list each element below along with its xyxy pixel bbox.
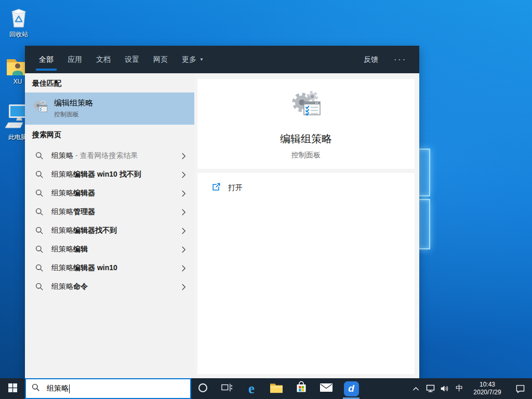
wallpaper-window-glow-bottom — [418, 199, 430, 249]
mail-icon — [320, 382, 333, 395]
open-action[interactable]: 打开 — [197, 181, 415, 195]
search-icon — [32, 383, 40, 394]
suggestion-text: 组策略编辑器 win10 — [51, 263, 117, 273]
suggestion-row[interactable]: 组策略编辑器 — [25, 184, 194, 203]
store-button[interactable] — [289, 378, 314, 399]
suggestion-row[interactable]: 组策略命令 — [25, 277, 194, 296]
taskbar: 组策略 e — [0, 378, 532, 399]
open-label: 打开 — [228, 183, 243, 193]
detail-subtitle: 控制面板 — [291, 151, 321, 160]
cortana-icon — [198, 383, 208, 395]
file-explorer-button[interactable] — [264, 378, 289, 399]
suggestion-text: 组策略编辑器 win10 找不到 — [51, 170, 141, 179]
suggestion-row[interactable]: 组策略 - 查看网络搜索结果 — [25, 147, 194, 165]
suggestion-row[interactable]: 组策略编辑器 win10 找不到 — [25, 165, 194, 184]
cortana-button[interactable] — [191, 378, 214, 399]
group-policy-icon — [32, 99, 48, 118]
search-icon — [35, 245, 44, 254]
suggestion-text: 组策略 - 查看网络搜索结果 — [51, 151, 138, 161]
file-explorer-icon — [269, 381, 284, 396]
suggestion-row[interactable]: 组策略编辑器找不到 — [25, 221, 194, 240]
overflow-menu-button[interactable]: ··· — [394, 55, 407, 64]
desktop-icon-recycle-bin[interactable]: 回收站 — [2, 4, 36, 39]
search-icon — [35, 189, 44, 197]
chevron-up-icon — [413, 387, 419, 391]
task-view-button[interactable] — [214, 378, 239, 399]
chevron-right-icon[interactable] — [181, 283, 186, 291]
action-center-button[interactable] — [508, 378, 532, 399]
best-match-result[interactable]: 编辑组策略 控制面板 — [25, 92, 194, 125]
tab-settings[interactable]: 设置 — [125, 46, 139, 73]
tab-apps[interactable]: 应用 — [68, 46, 82, 73]
chevron-right-icon[interactable] — [181, 208, 186, 216]
text-caret — [69, 384, 70, 393]
search-icon — [35, 264, 44, 272]
search-filter-bar: 全部应用文档设置网页更多▼ 反馈 ··· — [25, 46, 419, 73]
best-match-header: 最佳匹配 — [25, 73, 194, 92]
chevron-right-icon[interactable] — [181, 227, 186, 235]
volume-button[interactable] — [437, 378, 452, 399]
search-icon — [35, 227, 44, 235]
suggestion-row[interactable]: 组策略管理器 — [25, 203, 194, 221]
desktop-wallpaper: 回收站 XU 此电脑 全部应用文档设置网页更多▼ — [0, 0, 532, 378]
start-button[interactable] — [0, 378, 25, 399]
search-icon — [35, 170, 44, 179]
search-icon — [35, 208, 44, 216]
detail-card: 编辑组策略 控制面板 — [197, 79, 415, 169]
desktop-icon-label: 回收站 — [2, 30, 36, 39]
ethernet-network-icon — [425, 384, 435, 393]
windows-logo-icon — [8, 383, 17, 394]
preview-pane: 编辑组策略 控制面板 打开 — [194, 73, 419, 378]
search-icon — [35, 152, 44, 160]
mail-button[interactable] — [314, 378, 339, 399]
store-icon — [295, 381, 308, 396]
best-match-subtitle: 控制面板 — [54, 110, 93, 119]
suggestion-text: 组策略管理器 — [51, 207, 95, 217]
network-status-button[interactable] — [423, 378, 437, 399]
chevron-down-icon: ▼ — [200, 57, 204, 62]
tab-documents[interactable]: 文档 — [96, 46, 111, 73]
suggestion-row[interactable]: 组策略编辑器 win10 — [25, 259, 194, 277]
notification-icon — [515, 384, 525, 393]
taskbar-search-box[interactable]: 组策略 — [25, 378, 191, 399]
clock-time: 10:43 — [480, 381, 495, 389]
recycle-bin-icon — [2, 4, 36, 29]
suggestion-text: 组策略编辑器 — [51, 189, 95, 198]
system-tray: 中 10:43 2020/7/29 — [408, 378, 532, 399]
feedback-button[interactable]: 反馈 — [364, 55, 378, 64]
ime-indicator[interactable]: 中 — [452, 378, 467, 399]
edge-icon: e — [248, 381, 255, 397]
edge-button[interactable]: e — [239, 378, 264, 399]
clock-date: 2020/7/29 — [473, 389, 501, 396]
tab-all[interactable]: 全部 — [39, 46, 54, 73]
suggestion-row[interactable]: 组策略编辑 — [25, 240, 194, 259]
chevron-right-icon[interactable] — [181, 171, 186, 179]
dguard-icon: d — [344, 381, 359, 396]
web-search-header: 搜索网页 — [25, 125, 194, 144]
results-list: 最佳匹配 — [25, 73, 194, 378]
detail-title: 编辑组策略 — [280, 132, 332, 146]
web-suggestions: 组策略 - 查看网络搜索结果 组策略编辑器 win10 找不到 组策略编辑器 — [25, 147, 194, 296]
tray-expand-button[interactable] — [408, 378, 423, 399]
actions-card: 打开 — [197, 173, 415, 374]
suggestion-text: 组策略命令 — [51, 282, 88, 291]
dguard-app-button[interactable]: d — [339, 378, 364, 399]
clock[interactable]: 10:43 2020/7/29 — [467, 378, 508, 399]
chevron-right-icon[interactable] — [181, 264, 186, 272]
group-policy-icon-large — [289, 90, 323, 125]
chevron-right-icon[interactable] — [181, 246, 186, 254]
search-flyout: 全部应用文档设置网页更多▼ 反馈 ··· 最佳匹配 — [25, 46, 419, 378]
launch-icon — [211, 182, 221, 194]
search-icon — [35, 283, 44, 291]
speaker-icon — [440, 384, 450, 393]
tab-web[interactable]: 网页 — [153, 46, 168, 73]
search-input-value: 组策略 — [47, 384, 69, 393]
wallpaper-window-glow-top — [418, 149, 430, 196]
suggestion-text: 组策略编辑 — [51, 245, 88, 254]
chevron-right-icon[interactable] — [181, 152, 186, 160]
tab-more[interactable]: 更多▼ — [182, 46, 204, 73]
best-match-title: 编辑组策略 — [54, 98, 93, 108]
chevron-right-icon[interactable] — [181, 190, 186, 197]
task-view-icon — [221, 382, 232, 395]
suggestion-text: 组策略编辑器找不到 — [51, 226, 117, 235]
